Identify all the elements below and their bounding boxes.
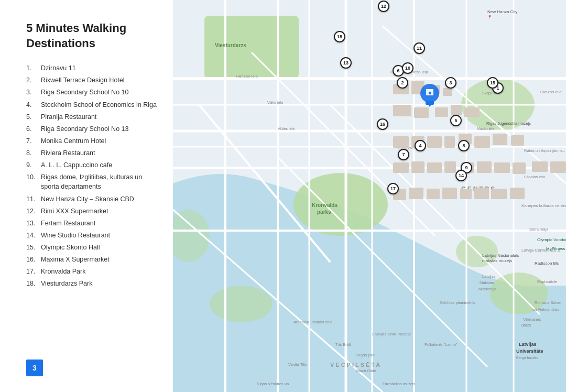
dest-num: 13. xyxy=(26,219,41,228)
dest-label: Kronvalda Park xyxy=(41,267,157,276)
dest-label: Monika Centrum Hotel xyxy=(41,136,157,146)
dest-label: Maxima X Supermarket xyxy=(41,255,157,264)
dest-label: Rigas dome, Izglitiibas, kulturas un spo… xyxy=(41,172,157,191)
dest-num: 2. xyxy=(26,75,41,85)
dest-label: Dzirnavu 11 xyxy=(41,63,157,73)
destinations-list: 1.Dzirnavu 112.Rixwell Terrace Design Ho… xyxy=(26,63,157,288)
dest-num: 17. xyxy=(26,267,41,276)
map-marker: 18 xyxy=(334,31,345,42)
dest-label: Riga Secondary School No 13 xyxy=(41,124,157,134)
list-item: 7.Monika Centrum Hotel xyxy=(26,136,157,146)
dest-num: 16. xyxy=(26,255,41,264)
map-marker: 13 xyxy=(340,57,352,69)
list-item: 10.Rigas dome, Izglitiibas, kulturas un … xyxy=(26,172,157,191)
dest-label: Piranija Restaurant xyxy=(41,112,157,122)
page-title: 5 Minutes Walking Destinations xyxy=(26,21,157,51)
map-marker: 5 xyxy=(450,115,462,126)
map-marker: 12 xyxy=(378,1,389,12)
dest-label: Olympic Skonto Hall xyxy=(41,243,157,252)
list-item: 17.Kronvalda Park xyxy=(26,267,157,276)
list-item: 11.New Hanza City – Skansie CBD xyxy=(26,194,157,204)
list-item: 18.Viesturdarzs Park xyxy=(26,279,157,288)
page-number: 3 xyxy=(26,360,43,376)
list-item: 15.Olympic Skonto Hall xyxy=(26,243,157,252)
dest-label: Rimi XXX Supermarket xyxy=(41,206,157,216)
page-number-container: 3 xyxy=(26,360,157,376)
dest-label: Fertam Restaurant xyxy=(41,219,157,228)
list-item: 14.Wine Studio Restaurant xyxy=(26,231,157,240)
dest-num: 18. xyxy=(26,279,41,288)
map-area: Pulkveza Brieza iela Hanzes iela Valku i… xyxy=(173,0,566,392)
dest-label: Riga Secondary School No 10 xyxy=(41,88,157,97)
list-item: 5.Piranija Restaurant xyxy=(26,112,157,122)
dest-num: 3. xyxy=(26,88,41,97)
dest-num: 11. xyxy=(26,194,41,204)
map-marker: 3 xyxy=(445,77,456,89)
dest-num: 15. xyxy=(26,243,41,252)
map-marker: 8 xyxy=(458,140,470,151)
list-item: 1.Dzirnavu 11 xyxy=(26,63,157,73)
list-item: 3.Riga Secondary School No 10 xyxy=(26,88,157,97)
dest-num: 7. xyxy=(26,136,41,146)
list-item: 8.Riviera Restaurant xyxy=(26,148,157,158)
dest-num: 9. xyxy=(26,160,41,170)
list-item: 2.Rixwell Terrace Design Hotel xyxy=(26,75,157,85)
dest-label: A. L. L. Cappuccino cafe xyxy=(41,160,157,170)
map-marker: 11 xyxy=(413,42,425,54)
map-marker: 14 xyxy=(455,170,467,181)
dest-label: Viesturdarzs Park xyxy=(41,279,157,288)
dest-num: 14. xyxy=(26,231,41,240)
dest-label: Wine Studio Restaurant xyxy=(41,231,157,240)
dest-num: 6. xyxy=(26,124,41,134)
list-item: 4.Stockholm School of Economics in Riga xyxy=(26,100,157,110)
list-item: 6.Riga Secondary School No 13 xyxy=(26,124,157,134)
map-marker: 16 xyxy=(377,118,388,130)
dest-num: 4. xyxy=(26,100,41,110)
dest-num: 12. xyxy=(26,206,41,216)
dest-label: Stockholm School of Economics in Riga xyxy=(41,100,157,110)
dest-label: Rixwell Terrace Design Hotel xyxy=(41,75,157,85)
list-item: 13.Fertam Restaurant xyxy=(26,219,157,228)
list-item: 9.A. L. L. Cappuccino cafe xyxy=(26,160,157,170)
map-marker: 17 xyxy=(387,183,399,194)
map-marker: 2 xyxy=(397,77,408,89)
map-marker: 7 xyxy=(398,149,409,160)
list-item: 16.Maxima X Supermarket xyxy=(26,255,157,264)
map-marker: 10 xyxy=(402,62,413,74)
dest-num: 5. xyxy=(26,112,41,122)
dest-num: 10. xyxy=(26,172,41,191)
dest-num: 1. xyxy=(26,63,41,73)
dest-num: 8. xyxy=(26,148,41,158)
left-panel: 5 Minutes Walking Destinations 1.Dzirnav… xyxy=(0,0,173,392)
dest-label: Riviera Restaurant xyxy=(41,148,157,158)
list-item: 12.Rimi XXX Supermarket xyxy=(26,206,157,216)
map-marker: 15 xyxy=(487,77,498,89)
map-marker: 4 xyxy=(415,140,426,151)
dest-label: New Hanza City – Skansie CBD xyxy=(41,194,157,204)
content-area: 5 Minutes Walking Destinations 1.Dzirnav… xyxy=(26,21,157,349)
